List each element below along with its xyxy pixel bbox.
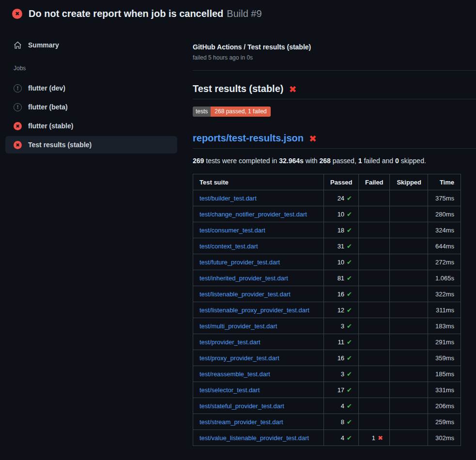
test-suite-link[interactable]: test/proxy_provider_test.dart	[200, 354, 279, 362]
run-build-number: Build #9	[227, 8, 261, 19]
sidebar-item-flutter-beta[interactable]: !flutter (beta)	[5, 98, 177, 116]
skipped-cell	[390, 366, 428, 382]
passed-count: 16	[338, 291, 344, 298]
main-content: GitHub Actions / Test results (stable) f…	[189, 27, 476, 446]
sidebar-item-label: flutter (dev)	[28, 84, 65, 92]
sidebar-item-flutter-dev[interactable]: !flutter (dev)	[5, 79, 177, 97]
time-cell: 324ms	[428, 222, 461, 238]
table-row: test/proxy_provider_test.dart16✔359ms	[193, 350, 461, 366]
section-title: Test results (stable)	[193, 83, 283, 94]
skipped-cell	[390, 270, 428, 286]
test-suite-link[interactable]: test/listenable_provider_test.dart	[200, 291, 291, 298]
passed-count: 8	[341, 418, 344, 426]
time-cell: 331ms	[428, 382, 461, 398]
passed-cell: 12✔	[324, 302, 359, 318]
table-row: test/builder_test.dart24✔375ms	[193, 190, 461, 206]
test-suite-link[interactable]: test/provider_test.dart	[200, 338, 261, 346]
table-row: test/reassemble_test.dart3✔185ms	[193, 366, 461, 382]
time-cell: 644ms	[428, 238, 461, 254]
time-cell: 322ms	[428, 286, 461, 302]
test-suite-link[interactable]: test/multi_provider_test.dart	[200, 322, 277, 330]
check-icon: ✔	[347, 275, 352, 282]
x-circle-icon: ✖	[12, 9, 22, 19]
test-suite-cell: test/builder_test.dart	[193, 190, 324, 206]
test-suite-link[interactable]: test/builder_test.dart	[200, 195, 257, 202]
failed-cell	[359, 238, 390, 254]
time-cell: 1.065s	[428, 270, 461, 286]
sidebar-item-label: flutter (stable)	[28, 122, 73, 130]
test-suite-cell: test/change_notifier_provider_test.dart	[193, 206, 324, 222]
test-suite-cell: test/context_test.dart	[193, 238, 324, 254]
time-cell: 183ms	[428, 318, 461, 334]
passed-cell: 4✔	[324, 398, 359, 414]
report-file-link[interactable]: reports/test-results.json	[193, 133, 304, 144]
badge-value: 268 passed, 1 failed	[211, 107, 270, 117]
skipped-cell	[390, 286, 428, 302]
x-circle-icon: ✖	[14, 122, 22, 130]
check-icon: ✔	[347, 227, 352, 234]
table-header-row: Test suitePassedFailedSkippedTime	[193, 174, 461, 190]
sidebar-item-summary[interactable]: Summary	[5, 36, 177, 54]
passed-count: 12	[338, 307, 344, 314]
skipped-cell	[390, 398, 428, 414]
table-row: test/value_listenable_provider_test.dart…	[193, 430, 461, 446]
table-row: test/inherited_provider_test.dart81✔1.06…	[193, 270, 461, 286]
test-suite-link[interactable]: test/reassemble_test.dart	[200, 370, 270, 378]
column-header-skipped: Skipped	[390, 174, 428, 190]
skipped-cell	[390, 334, 428, 350]
test-suite-cell: test/stream_provider_test.dart	[193, 414, 324, 430]
sidebar-item-test-results-stable[interactable]: ✖Test results (stable)	[5, 136, 177, 153]
time-cell: 259ms	[428, 414, 461, 430]
table-row: test/future_provider_test.dart10✔272ms	[193, 254, 461, 270]
failed-cell	[359, 286, 390, 302]
test-suite-link[interactable]: test/consumer_test.dart	[200, 227, 265, 234]
home-icon	[14, 41, 22, 49]
sidebar-jobs-list: !flutter (dev)!flutter (beta)✖flutter (s…	[5, 79, 177, 153]
time-cell: 206ms	[428, 398, 461, 414]
failed-cell: 1✖	[359, 430, 390, 446]
table-row: test/stream_provider_test.dart8✔259ms	[193, 414, 461, 430]
test-suite-link[interactable]: test/value_listenable_provider_test.dart	[200, 434, 309, 442]
time-cell: 280ms	[428, 206, 461, 222]
sidebar-item-label: flutter (beta)	[28, 103, 68, 111]
passed-cell: 10✔	[324, 254, 359, 270]
check-icon: ✔	[347, 307, 352, 314]
test-table-body: test/builder_test.dart24✔375mstest/chang…	[193, 190, 461, 446]
test-suite-link[interactable]: test/selector_test.dart	[200, 386, 260, 394]
section-heading: Test results (stable) ✖	[193, 83, 476, 99]
divider	[193, 70, 476, 71]
check-icon: ✔	[347, 195, 352, 202]
table-row: test/consumer_test.dart18✔324ms	[193, 222, 461, 238]
column-header-test-suite: Test suite	[193, 174, 324, 190]
passed-cell: 8✔	[324, 414, 359, 430]
passed-cell: 31✔	[324, 238, 359, 254]
passed-count: 16	[338, 354, 344, 362]
time-cell: 272ms	[428, 254, 461, 270]
passed-cell: 3✔	[324, 366, 359, 382]
passed-count: 17	[338, 386, 344, 394]
test-suite-link[interactable]: test/change_notifier_provider_test.dart	[200, 211, 307, 218]
test-suite-link[interactable]: test/context_test.dart	[200, 243, 258, 250]
check-icon: ✔	[347, 418, 352, 426]
test-suite-link[interactable]: test/listenable_proxy_provider_test.dart	[200, 307, 309, 314]
test-suite-cell: test/reassemble_test.dart	[193, 366, 324, 382]
table-row: test/provider_test.dart11✔291ms	[193, 334, 461, 350]
test-suite-link[interactable]: test/inherited_provider_test.dart	[200, 275, 288, 282]
skipped-cell	[390, 190, 428, 206]
sidebar-item-flutter-stable[interactable]: ✖flutter (stable)	[5, 117, 177, 135]
x-mark-icon: ✖	[289, 84, 296, 94]
test-suite-link[interactable]: test/stream_provider_test.dart	[200, 418, 283, 426]
failed-cell	[359, 190, 390, 206]
test-suite-link[interactable]: test/stateful_provider_test.dart	[200, 402, 284, 410]
passed-count: 10	[338, 211, 344, 218]
failed-cell	[359, 222, 390, 238]
check-icon: ✔	[347, 243, 352, 250]
run-title: Do not create report when job is cancell…	[29, 8, 223, 19]
test-suite-link[interactable]: test/future_provider_test.dart	[200, 259, 280, 266]
failed-cell	[359, 206, 390, 222]
table-row: test/multi_provider_test.dart3✔183ms	[193, 318, 461, 334]
passed-cell: 24✔	[324, 190, 359, 206]
time-cell: 185ms	[428, 366, 461, 382]
passed-cell: 4✔	[324, 430, 359, 446]
skipped-cell	[390, 222, 428, 238]
